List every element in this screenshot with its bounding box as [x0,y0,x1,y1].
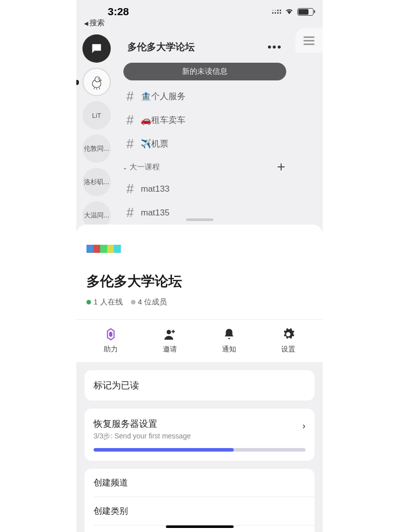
channel-item[interactable]: #✈️机票 [117,132,292,156]
wifi-icon [284,7,294,17]
mark-read-label: 标记为已读 [94,379,305,391]
invite-button[interactable]: 邀请 [141,328,200,354]
boost-button[interactable]: 助力 [81,328,141,354]
hamburger-icon [303,36,315,45]
sidebar-server-la[interactable]: 洛杉矶... [82,168,111,196]
server-stats: 1 人在线 4 位成员 [86,297,323,307]
unread-banner[interactable]: 新的未读信息 [123,63,286,80]
mark-read-button[interactable]: 标记为已读 [84,370,315,401]
server-title[interactable]: 多伦多大学论坛 [127,40,195,54]
channel-label: ✈️机票 [141,138,168,150]
invite-label: 邀请 [163,345,177,354]
settings-button[interactable]: 设置 [258,328,318,354]
sidebar-server-current[interactable] [82,68,111,96]
sidebar-server-lit[interactable]: LiT [82,101,111,129]
hash-icon: # [126,205,134,220]
svg-point-1 [95,77,100,82]
member-count: 4 位成员 [138,297,167,306]
sheet-title: 多伦多大学论坛 [86,272,323,290]
progress-fill [94,448,234,452]
svg-point-2 [98,78,99,79]
status-time: 3:28 [108,6,129,18]
channel-item[interactable]: #🚗租车卖车 [117,108,292,132]
restore-title: 恢复服务器设置 [94,418,305,430]
hash-icon: # [126,136,134,152]
category-label: 大一课程 [129,162,160,171]
action-row: 助力 邀请 通知 设置 [76,319,323,362]
channel-item[interactable]: #mat133 [117,177,292,201]
hash-icon: # [126,88,134,104]
sheet-drag-handle[interactable] [186,218,213,221]
channel-label: 🚗租车卖车 [141,114,186,126]
server-more-icon[interactable]: ••• [268,40,282,54]
create-list: 创建频道 创建类别 创建活动 [84,469,315,532]
member-dot-icon [131,300,136,304]
channel-item[interactable]: #🏦个人服务 [117,84,292,108]
category-header[interactable]: ⌄大一课程 + [117,156,292,177]
channel-label: mat135 [141,208,169,218]
cellular-icon [272,10,281,14]
restore-subtitle: 3/3步: Send your first message [94,432,305,441]
battery-icon [297,8,314,16]
status-bar: 3:28 [76,4,323,19]
online-count: 1 人在线 [94,297,123,306]
sidebar-server-london[interactable]: 伦敦同... [82,135,111,163]
boost-label: 助力 [104,345,118,354]
sheet-body: 标记为已读 恢复服务器设置 3/3步: Send your first mess… [76,362,323,532]
chevron-right-icon: › [302,421,305,431]
back-to-search[interactable]: 搜索 [84,18,105,28]
server-settings-sheet: 多伦多大学论坛 1 人在线 4 位成员 助力 邀请 通知 设置 标记为已读 恢复… [76,225,323,532]
chevron-down-icon: ⌄ [122,164,127,171]
settings-label: 设置 [281,345,295,354]
online-dot-icon [86,300,91,304]
create-category-button[interactable]: 创建类别 [84,497,315,525]
create-channel-button[interactable]: 创建频道 [84,469,315,497]
notify-label: 通知 [222,345,236,354]
channel-label: mat133 [141,184,169,194]
svg-point-3 [167,330,171,334]
sidebar-dm-button[interactable] [82,34,111,63]
add-channel-icon[interactable]: + [277,160,285,174]
hash-icon: # [126,112,134,128]
restore-progress [94,448,305,452]
notify-button[interactable]: 通知 [200,328,259,354]
status-indicators [272,7,314,17]
right-panel-handle[interactable] [295,28,323,53]
restore-server-card[interactable]: 恢复服务器设置 3/3步: Send your first message › [84,409,315,461]
hash-icon: # [126,181,134,197]
channel-label: 🏦个人服务 [141,91,186,102]
server-logo [86,245,121,253]
home-indicator[interactable] [166,525,234,528]
